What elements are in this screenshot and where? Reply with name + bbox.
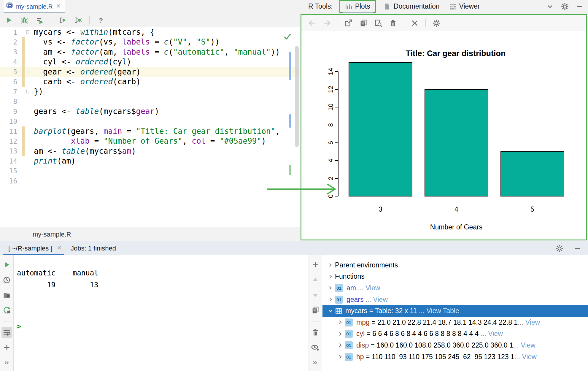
rtools-label: R Tools:: [308, 2, 333, 10]
rtools-tab-label: Plots: [355, 2, 370, 10]
settings-button[interactable]: [554, 243, 565, 254]
view-link[interactable]: View Table: [426, 307, 459, 315]
code-line-3[interactable]: 3 am <- factor(am, labels = c("automatic…: [0, 47, 300, 57]
copy-button[interactable]: [358, 18, 369, 28]
settings-button[interactable]: [560, 1, 570, 12]
code-line-7[interactable]: 7}): [0, 87, 300, 96]
line-number: 14: [0, 157, 22, 165]
view-link[interactable]: View: [365, 284, 380, 292]
fold-open-icon[interactable]: [26, 30, 29, 34]
run-icon: [3, 261, 11, 269]
breadcrumb-file[interactable]: my-sample.R: [0, 231, 71, 238]
code-line-5[interactable]: 5 gear <- ordered(gear): [0, 67, 300, 77]
watch-button[interactable]: [310, 342, 321, 353]
up-button[interactable]: [310, 275, 321, 285]
jobs-status[interactable]: Jobs: 1 finished: [71, 241, 116, 255]
copy-button[interactable]: [310, 305, 321, 315]
rerun-button[interactable]: [1, 305, 12, 315]
chevron-down-button[interactable]: [545, 1, 555, 12]
code-line-4[interactable]: 4 cyl <- ordered(cyl): [0, 57, 300, 67]
view-link[interactable]: View: [519, 341, 535, 349]
variable-row-6[interactable]: 01cyl = 6 6 4 6 8 6 8 4 4 6 6 8 8 8 8 8 …: [322, 328, 588, 340]
code-line-14[interactable]: 14print(am): [0, 156, 300, 166]
code-line-10[interactable]: 10: [0, 117, 300, 126]
delete-button[interactable]: [310, 327, 321, 338]
settings-button[interactable]: [431, 18, 442, 28]
minimize-button[interactable]: [574, 1, 585, 12]
close-button[interactable]: [409, 18, 420, 28]
zoom-preview-button[interactable]: [373, 18, 384, 28]
run-to-cursor-button[interactable]: [57, 15, 68, 26]
add-button[interactable]: [310, 259, 321, 270]
chevron-right-icon[interactable]: [326, 286, 335, 290]
chevron-right-icon[interactable]: [336, 343, 345, 348]
editor-scrollbar[interactable]: [295, 46, 299, 147]
code-text: gear <- ordered(gear): [26, 67, 141, 77]
console-output[interactable]: automatic manual 19 13 >: [14, 255, 309, 371]
variable-row-8[interactable]: 01hp = 110 110 93 110 175 105 245 62 95 …: [322, 351, 588, 363]
add-button[interactable]: [1, 342, 12, 353]
view-link[interactable]: View: [373, 296, 388, 304]
more-button[interactable]: [1, 357, 12, 368]
down-button[interactable]: [310, 290, 321, 300]
console-prompt[interactable]: >: [17, 322, 21, 331]
view-link[interactable]: View: [520, 353, 537, 361]
chevron-right-icon[interactable]: [326, 263, 335, 267]
rtools-tab-documentation[interactable]: Documentation: [379, 0, 444, 13]
view-link[interactable]: View: [486, 330, 503, 338]
code-line-2[interactable]: 2 vs <- factor(vs, labels = c("V", "S")): [0, 37, 300, 47]
delete-button[interactable]: [388, 18, 398, 28]
export-button[interactable]: [343, 18, 354, 28]
run-button[interactable]: [4, 15, 14, 26]
help-button[interactable]: ?: [96, 15, 106, 26]
run-button[interactable]: [1, 259, 12, 270]
chevron-right-icon[interactable]: [336, 320, 345, 325]
chevron-right-icon[interactable]: [326, 297, 335, 302]
breadcrumb[interactable]: my-sample.R: [0, 227, 300, 241]
chevron-right-icon[interactable]: [336, 354, 345, 359]
code-line-16[interactable]: 16: [0, 176, 300, 186]
code-line-8[interactable]: 8: [0, 97, 300, 107]
variable-row-5[interactable]: 01mpg = 21.0 21.0 22.8 21.4 18.7 18.1 14…: [322, 317, 588, 328]
code-line-1[interactable]: 1mycars <- within(mtcars, {: [0, 27, 300, 37]
code-line-13[interactable]: 13am <- table(mycars$am): [0, 146, 300, 156]
inspection-check-icon[interactable]: [284, 33, 291, 42]
code-line-15[interactable]: 15: [0, 166, 300, 176]
editor-tab-my-sample[interactable]: R my-sample.R: [4, 0, 65, 13]
history-button[interactable]: [1, 275, 12, 285]
variable-row-2[interactable]: 01am ... View: [322, 282, 588, 294]
chevron-down-icon[interactable]: [326, 309, 335, 313]
variable-row-1[interactable]: Functions: [322, 271, 588, 283]
chevron-right-icon[interactable]: [326, 274, 335, 279]
variable-row-0[interactable]: Parent environments: [322, 259, 588, 271]
soft-wrap-button[interactable]: [1, 327, 12, 338]
variable-row-3[interactable]: 01gears ... View: [322, 294, 588, 305]
tab-close-icon[interactable]: [57, 245, 62, 252]
run-icon: [5, 16, 13, 24]
tab-close-icon[interactable]: [56, 3, 61, 10]
code-line-11[interactable]: 11barplot(gears, main = "Title: Car gear…: [0, 126, 300, 136]
debug-button[interactable]: [19, 15, 30, 26]
working-dir-button[interactable]: [1, 290, 12, 300]
variable-row-4[interactable]: mycars = Table: 32 x 11 ... View Table: [322, 305, 588, 317]
code-editor[interactable]: 1mycars <- within(mtcars, {2 vs <- facto…: [0, 27, 300, 227]
minimize-button[interactable]: [572, 243, 583, 254]
code-line-12[interactable]: 12 xlab = "Number of Gears", col = "#05a…: [0, 136, 300, 146]
back-button[interactable]: [307, 18, 317, 28]
more-button[interactable]: [310, 357, 321, 368]
change-marker: [22, 166, 26, 176]
console-tab[interactable]: [ ~/R-samples ]: [3, 241, 64, 255]
fold-close-icon[interactable]: [26, 90, 29, 93]
rtools-tab-plots[interactable]: Plots: [340, 0, 375, 13]
view-link[interactable]: View: [523, 318, 540, 326]
code-line-6[interactable]: 6 carb <- ordered(carb): [0, 77, 300, 87]
code-text: barplot(gears, main = "Title: Car gear d…: [26, 126, 280, 136]
variable-row-7[interactable]: 01disp = 160.0 160.0 108.0 258.0 360.0 2…: [322, 340, 588, 351]
chevron-right-icon[interactable]: [336, 332, 345, 336]
forward-button[interactable]: [322, 18, 332, 28]
debug-to-cursor-button[interactable]: [73, 15, 83, 26]
code-line-9[interactable]: 9gears <- table(mycars$gear): [0, 107, 300, 116]
run-selection-button[interactable]: [34, 15, 45, 26]
rtools-tab-viewer[interactable]: Viewer: [444, 0, 485, 13]
toolbar-separator: [3, 321, 11, 321]
